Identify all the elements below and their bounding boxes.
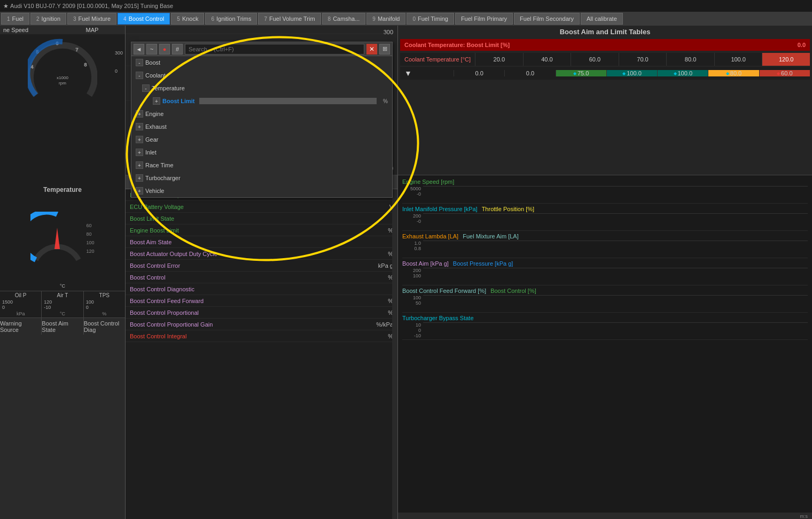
- boost-limit-cell-1[interactable]: 0.0: [504, 70, 555, 76]
- boost-limit-cell-5[interactable]: ◆80.0: [708, 70, 759, 76]
- tree-item-exhaust[interactable]: + Exhaust: [131, 120, 392, 133]
- channel-name-10: Boost Control Proportional: [130, 309, 366, 316]
- tab-label-camshaft: Camsha...: [333, 16, 360, 22]
- graph-scale-4: 100 50: [402, 295, 808, 311]
- tree-pin-btn[interactable]: #: [172, 44, 183, 55]
- channel-row-8[interactable]: Boost Control Diagnostic: [126, 283, 397, 295]
- tab-manifold[interactable]: 9 Manifold: [366, 13, 405, 25]
- tab-all-calibrate[interactable]: All calibrate: [581, 13, 623, 25]
- graph-line-area-1: [423, 213, 808, 229]
- graph-scale-3: 200 100: [402, 268, 808, 284]
- boost-limit-val-2: 75.0: [577, 70, 589, 76]
- graph-line-area-3: [423, 268, 808, 284]
- tab-fuel-film-secondary[interactable]: Fuel Film Secondary: [514, 13, 580, 25]
- channel-row-10[interactable]: Boost Control Proportional %: [126, 307, 397, 319]
- sg-scale: 120 -10: [44, 298, 81, 311]
- map-label: MAP: [63, 27, 122, 33]
- tab-knock[interactable]: 5 Knock: [171, 13, 204, 25]
- graph-label-4-0: Boost Control Feed Forward [%]: [402, 288, 486, 294]
- small-gauge-tps: TPS 100 0 %: [84, 291, 125, 317]
- tree-item-label: Exhaust: [145, 123, 167, 130]
- channel-row-5[interactable]: Boost Actuator Output Duty Cycle %: [126, 248, 397, 260]
- tab-camshaft[interactable]: 8 Camsha...: [322, 13, 366, 25]
- channel-unit-10: %: [366, 309, 393, 316]
- channel-row-3[interactable]: Engine Boost Limit %: [126, 224, 397, 236]
- channels-list[interactable]: Inlet Manifold Temperature °C ECU Batter…: [126, 189, 397, 519]
- rpm-gauge: 4 5 6 7 8 x1000 rpm: [28, 36, 97, 106]
- ct-temp-cell-3[interactable]: 70.0: [619, 53, 667, 66]
- channel-row-11[interactable]: Boost Control Proportional Gain %/kPa: [126, 319, 397, 330]
- ct-temp-cell-2[interactable]: 60.0: [571, 53, 619, 66]
- tree-item-boost[interactable]: - Boost: [131, 56, 392, 69]
- channel-name-4: Boost Aim State: [130, 239, 366, 245]
- graph-scale-2: 1.0 0.8: [402, 241, 808, 257]
- tree-expand-icon: +: [136, 161, 143, 169]
- graph-row-3: Boost Aim [kPa g] Boost Pressure [kPa g]…: [402, 259, 808, 285]
- graph-row-4: Boost Control Feed Forward [%] Boost Con…: [402, 286, 808, 313]
- channel-row-1[interactable]: ECU Battery Voltage V: [126, 201, 397, 213]
- tree-expand-icon: +: [136, 123, 143, 130]
- tree-back-btn[interactable]: ◄: [134, 44, 144, 55]
- ct-temp-cell-5[interactable]: 100.0: [714, 53, 762, 66]
- tab-label-all-calibrate: All calibrate: [587, 16, 617, 22]
- tree-close-btn[interactable]: ✕: [366, 44, 377, 55]
- tab-fuel-timing[interactable]: 0 Fuel Timing: [407, 13, 454, 25]
- graph-zero-line-5: [423, 322, 808, 323]
- ct-temp-cell-1[interactable]: 40.0: [523, 53, 571, 66]
- boost-limit-cell-3[interactable]: ◆100.0: [606, 70, 657, 76]
- tree-search-input[interactable]: [185, 44, 364, 55]
- sg-unit: °C: [44, 311, 81, 316]
- tree-expand-icon: +: [136, 136, 143, 143]
- small-gauge-oil-p: Oil P 1500 0 kPa: [0, 291, 42, 317]
- tab-fuel-volume-trim[interactable]: 7 Fuel Volume Trim: [258, 13, 321, 25]
- boost-limit-cell-6[interactable]: ◆60.0: [759, 70, 810, 76]
- tree-item-gear[interactable]: + Gear: [131, 133, 392, 146]
- channel-row-2[interactable]: Boost Limit State: [126, 213, 397, 224]
- tree-item-coolant[interactable]: - Coolant: [131, 69, 392, 82]
- tab-label-fuel: Fuel: [12, 16, 24, 22]
- sg-unit: kPa: [2, 311, 39, 316]
- channels-scrollbar[interactable]: [392, 189, 397, 519]
- channel-name-5: Boost Actuator Output Duty Cycle: [130, 251, 366, 257]
- tree-item-temperature[interactable]: - Temperature: [131, 82, 392, 95]
- tree-item-boost-limit[interactable]: + Boost Limit %: [131, 95, 392, 107]
- boost-limit-val-3: 100.0: [627, 70, 642, 76]
- tree-item-label: Temperature: [152, 85, 185, 91]
- tree-item-vehicle[interactable]: + Vehicle: [131, 184, 392, 197]
- tab-label-fuel-mixture: Fuel Mixture: [79, 16, 111, 22]
- channel-row-6[interactable]: Boost Control Error kPa g: [126, 260, 397, 272]
- tree-expand-icon: +: [136, 149, 143, 156]
- boost-limit-cell-0[interactable]: 0.0: [454, 70, 504, 76]
- boost-limit-cell-2[interactable]: ◆75.0: [556, 70, 606, 76]
- tree-item-label: Coolant: [145, 72, 166, 79]
- graph-label-0-0: Engine Speed [rpm]: [402, 179, 454, 185]
- tab-ignition-trims[interactable]: 6 Ignition Trims: [205, 13, 257, 25]
- boost-tables-title: Boost Aim and Limit Tables: [400, 28, 810, 36]
- center-panel: 300 0 ◄ ~ ● # ✕ ⊞ -: [126, 26, 398, 519]
- tree-stop-btn[interactable]: ●: [159, 44, 170, 55]
- tree-expand-all-btn[interactable]: ⊞: [379, 44, 390, 55]
- graph-label-5-0: Turbocharger Bypass State: [402, 315, 474, 321]
- speed-map-header: ne Speed MAP: [0, 26, 125, 34]
- channel-row-4[interactable]: Boost Aim State: [126, 236, 397, 248]
- graph-line-area-5: [423, 322, 808, 338]
- tab-boost-control[interactable]: 4 Boost Control: [118, 13, 170, 25]
- tab-fuel-mixture[interactable]: 3 Fuel Mixture: [67, 13, 116, 25]
- tab-ignition[interactable]: 2 Ignition: [30, 13, 66, 25]
- tab-fuel[interactable]: 1 Fuel: [1, 13, 29, 25]
- ct-temp-cell-6[interactable]: 120.0: [762, 53, 810, 66]
- ct-temp-cell-4[interactable]: 80.0: [666, 53, 714, 66]
- graph-row-2: Exhaust Lambda [LA] Fuel Mixture Aim [LA…: [402, 232, 808, 258]
- tree-item-race-time[interactable]: + Race Time: [131, 159, 392, 172]
- tree-wave-btn[interactable]: ~: [146, 44, 157, 55]
- channel-row-9[interactable]: Boost Control Feed Forward %: [126, 295, 397, 307]
- ct-temp-cell-0[interactable]: 20.0: [475, 53, 523, 66]
- channel-row-12[interactable]: Boost Control Integral %: [126, 330, 397, 342]
- boost-limit-cell-4[interactable]: ◆100.0: [657, 70, 708, 76]
- channel-row-7[interactable]: Boost Control %: [126, 272, 397, 283]
- tab-fuel-film-primary[interactable]: Fuel Film Primary: [455, 13, 513, 25]
- tree-item-inlet[interactable]: + Inlet: [131, 146, 392, 159]
- graph-zero-line-0: [423, 186, 808, 187]
- tree-item-turbocharger[interactable]: + Turbocharger: [131, 172, 392, 184]
- tree-item-engine[interactable]: + Engine: [131, 107, 392, 120]
